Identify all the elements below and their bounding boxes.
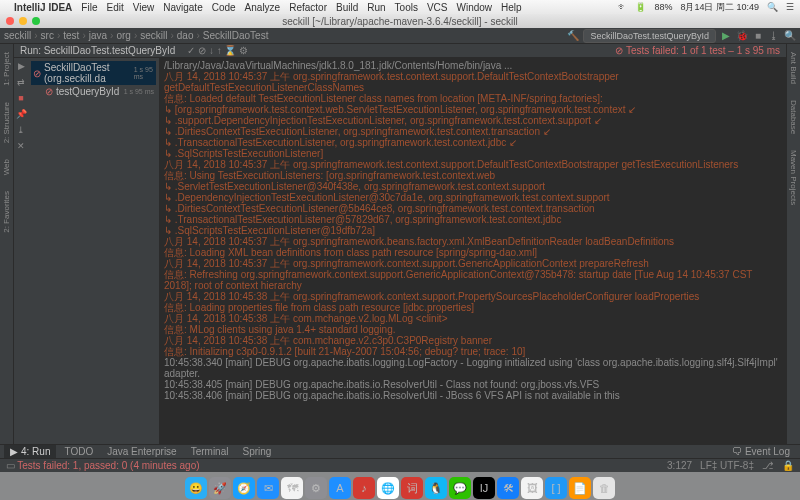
export-icon[interactable]: ⤓ bbox=[16, 125, 26, 135]
dock-youdao[interactable]: 词 bbox=[401, 477, 423, 499]
tab-favorites[interactable]: 2: Favorites bbox=[1, 187, 12, 237]
test-child-node[interactable]: ⊘ testQueryById 1 s 95 ms bbox=[31, 85, 156, 98]
search-icon[interactable]: 🔍 bbox=[784, 30, 796, 42]
console-line: 八月 14, 2018 10:45:37 上午 org.springframew… bbox=[164, 236, 782, 247]
menu-analyze[interactable]: Analyze bbox=[245, 2, 281, 13]
crumb-6[interactable]: dao bbox=[177, 30, 194, 41]
event-log[interactable]: 🗨 Event Log bbox=[726, 445, 796, 458]
dock-qq[interactable]: 🐧 bbox=[425, 477, 447, 499]
menu-window[interactable]: Window bbox=[457, 2, 493, 13]
spotlight-icon[interactable]: 🔍 bbox=[767, 2, 778, 12]
dock-appstore[interactable]: A bbox=[329, 477, 351, 499]
console-line: 10:45:38.406 [main] DEBUG org.apache.iba… bbox=[164, 390, 782, 401]
dock-finder[interactable]: 😀 bbox=[185, 477, 207, 499]
run-config-select[interactable]: SeckillDaoTest.testQueryById bbox=[583, 29, 716, 43]
test-tree[interactable]: ⊘ SeckillDaoTest (org.seckill.da 1 s 95 … bbox=[28, 58, 160, 444]
status-icon[interactable]: ▭ bbox=[6, 460, 15, 471]
console-line: ↳ .DirtiesContextTestExecutionListener@5… bbox=[164, 203, 782, 214]
menu-edit[interactable]: Edit bbox=[106, 2, 123, 13]
dock-netease[interactable]: ♪ bbox=[353, 477, 375, 499]
filter-icons[interactable]: ✓ ⊘ ↓ ↑ ⌛ ⚙ bbox=[187, 45, 248, 56]
tab-ant[interactable]: Ant Build bbox=[788, 48, 799, 88]
menubar-date[interactable]: 8月14日 周二 10:49 bbox=[680, 1, 759, 14]
crumb-1[interactable]: src bbox=[41, 30, 54, 41]
breadcrumb[interactable]: seckill› src› test› java› org› seckill› … bbox=[4, 30, 268, 41]
tab-spring[interactable]: Spring bbox=[236, 445, 277, 458]
dock-chrome[interactable]: 🌐 bbox=[377, 477, 399, 499]
dock-wechat[interactable]: 💬 bbox=[449, 477, 471, 499]
rerun-icon[interactable]: ▶ bbox=[16, 61, 26, 71]
menu-run[interactable]: Run bbox=[367, 2, 385, 13]
fail-icon: ⊘ bbox=[33, 68, 41, 79]
status-bar: ▭ Tests failed: 1, passed: 0 (4 minutes … bbox=[0, 458, 800, 472]
menu-view[interactable]: View bbox=[133, 2, 155, 13]
crumb-7[interactable]: SeckillDaoTest bbox=[203, 30, 269, 41]
console-line: 信息: Loading properties file from class p… bbox=[164, 302, 782, 313]
crumb-4[interactable]: org bbox=[116, 30, 130, 41]
menu-refactor[interactable]: Refactor bbox=[289, 2, 327, 13]
console-line: 八月 14, 2018 10:45:37 上午 org.springframew… bbox=[164, 258, 782, 269]
toggle-icon[interactable]: ⇄ bbox=[16, 77, 26, 87]
tab-database[interactable]: Database bbox=[788, 96, 799, 138]
crumb-2[interactable]: test bbox=[63, 30, 79, 41]
tab-todo[interactable]: TODO bbox=[58, 445, 99, 458]
console-line: ↳ .DependencyInjectionTestExecutionListe… bbox=[164, 192, 782, 203]
dock-settings[interactable]: ⚙ bbox=[305, 477, 327, 499]
tab-java-ee[interactable]: Java Enterprise bbox=[101, 445, 182, 458]
dock-safari[interactable]: 🧭 bbox=[233, 477, 255, 499]
dock-xcode[interactable]: 🛠 bbox=[497, 477, 519, 499]
tab-terminal[interactable]: Terminal bbox=[185, 445, 235, 458]
dock-launchpad[interactable]: 🚀 bbox=[209, 477, 231, 499]
tab-structure[interactable]: 2: Structure bbox=[1, 98, 12, 147]
crumb-5[interactable]: seckill bbox=[140, 30, 167, 41]
debug-icon[interactable]: 🐞 bbox=[736, 30, 748, 42]
dock-mail[interactable]: ✉ bbox=[257, 477, 279, 499]
crumb-3[interactable]: java bbox=[89, 30, 107, 41]
crumb-0[interactable]: seckill bbox=[4, 30, 31, 41]
run-icon[interactable]: ▶ bbox=[720, 30, 732, 42]
dock-preview[interactable]: 🖼 bbox=[521, 477, 543, 499]
tab-web[interactable]: Web bbox=[1, 155, 12, 179]
caret-pos: 3:127 bbox=[667, 460, 692, 471]
app-name[interactable]: IntelliJ IDEA bbox=[14, 2, 72, 13]
menu-build[interactable]: Build bbox=[336, 2, 358, 13]
tab-project[interactable]: 1: Project bbox=[1, 48, 12, 90]
bottom-tool-tabs: ▶4: Run TODO Java Enterprise Terminal Sp… bbox=[0, 444, 800, 458]
stop-icon[interactable]: ■ bbox=[752, 30, 764, 42]
dock-maps[interactable]: 🗺 bbox=[281, 477, 303, 499]
lock-icon[interactable]: 🔒 bbox=[782, 460, 794, 471]
menu-code[interactable]: Code bbox=[212, 2, 236, 13]
nav-toolbar: seckill› src› test› java› org› seckill› … bbox=[0, 28, 800, 44]
minimize-icon[interactable] bbox=[19, 17, 27, 25]
dock-pages[interactable]: 📄 bbox=[569, 477, 591, 499]
close-icon[interactable] bbox=[6, 17, 14, 25]
console-output[interactable]: /Library/Java/JavaVirtualMachines/jdk1.8… bbox=[160, 58, 786, 444]
dock-intellij[interactable]: IJ bbox=[473, 477, 495, 499]
git-branch-icon[interactable]: ⎇ bbox=[762, 460, 774, 471]
battery-icon[interactable]: 🔋 bbox=[635, 2, 646, 12]
dock-trash[interactable]: 🗑 bbox=[593, 477, 615, 499]
tab-maven[interactable]: Maven Projects bbox=[788, 146, 799, 209]
test-root-node[interactable]: ⊘ SeckillDaoTest (org.seckill.da 1 s 95 … bbox=[31, 61, 156, 85]
run-header: Run: SeckillDaoTest.testQueryById ✓ ⊘ ↓ … bbox=[14, 44, 786, 58]
dock-brackets[interactable]: [ ] bbox=[545, 477, 567, 499]
java-path: /Library/Java/JavaVirtualMachines/jdk1.8… bbox=[164, 60, 782, 71]
vcs-icon[interactable]: ⭳ bbox=[768, 30, 780, 42]
pin-icon[interactable]: 📌 bbox=[16, 109, 26, 119]
left-tool-gutter: 1: Project 2: Structure Web 2: Favorites bbox=[0, 44, 14, 444]
battery-percent: 88% bbox=[654, 2, 672, 12]
menu-file[interactable]: File bbox=[81, 2, 97, 13]
close-run-icon[interactable]: ✕ bbox=[16, 141, 26, 151]
menu-help[interactable]: Help bbox=[501, 2, 522, 13]
menu-tools[interactable]: Tools bbox=[395, 2, 418, 13]
stop-run-icon[interactable]: ■ bbox=[16, 93, 26, 103]
console-line: 10:45:38.405 [main] DEBUG org.apache.iba… bbox=[164, 379, 782, 390]
menu-vcs[interactable]: VCS bbox=[427, 2, 448, 13]
maximize-icon[interactable] bbox=[32, 17, 40, 25]
tab-run[interactable]: ▶4: Run bbox=[4, 445, 56, 458]
wifi-icon[interactable]: ᯤ bbox=[618, 2, 627, 12]
notification-icon[interactable]: ☰ bbox=[786, 2, 794, 12]
build-icon[interactable]: 🔨 bbox=[567, 30, 579, 42]
console-line: 信息: Initializing c3p0-0.9.1.2 [built 21-… bbox=[164, 346, 782, 357]
menu-navigate[interactable]: Navigate bbox=[163, 2, 202, 13]
